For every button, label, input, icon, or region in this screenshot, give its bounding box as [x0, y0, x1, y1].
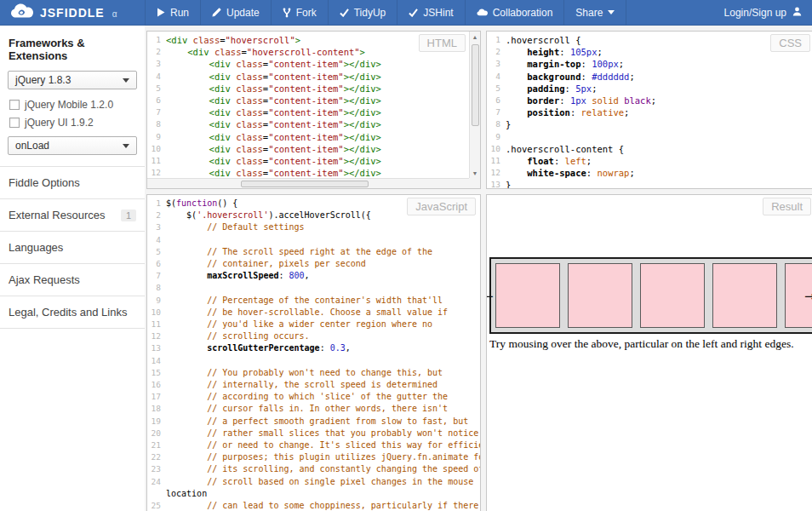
code-line: 4 background: #dddddd; — [487, 71, 812, 83]
content-item-box — [495, 263, 560, 328]
scrollbar-thumb[interactable] — [472, 44, 479, 126]
section-label: External Resources — [9, 209, 105, 221]
code-line: 7 position: relative; — [487, 106, 812, 118]
section-label: Legal, Credits and Links — [9, 306, 127, 319]
code-line: 11 float: left; — [487, 155, 812, 167]
jsfiddle-logo[interactable]: JSFIDDLE α — [0, 0, 145, 25]
code-line: 8} — [487, 118, 812, 130]
html-horizontal-scrollbar[interactable] — [147, 178, 469, 188]
code-line: 10 // be hover-scrollable. Choose a smal… — [147, 307, 480, 319]
css-panel-label: CSS — [770, 34, 810, 52]
checkbox-icon[interactable] — [9, 100, 20, 110]
update-button[interactable]: Update — [200, 0, 271, 25]
result-panel-label: Result — [763, 198, 811, 215]
run-label: Run — [170, 7, 189, 19]
code-line: 12 // scrolling occurs. — [147, 330, 480, 342]
tidyup-label: TidyUp — [354, 7, 386, 19]
navbar: JSFIDDLE α Run Update Fork — [0, 0, 812, 26]
scroll-left-arrow-icon: ← — [486, 290, 494, 303]
section-label: Ajax Requests — [9, 273, 80, 286]
login-signup-button[interactable]: Login/Sign up — [714, 0, 812, 25]
code-line: 23 // its scrolling, and constantly chan… — [147, 463, 480, 475]
jquery-ui-checkbox-row[interactable]: jQuery UI 1.9.2 — [0, 114, 145, 132]
collaboration-icon — [477, 9, 488, 16]
tidyup-icon — [340, 9, 349, 17]
onload-select[interactable]: onLoad — [8, 136, 137, 155]
code-line: 10.hoverscroll-content { — [487, 143, 812, 155]
checkbox-icon[interactable] — [9, 118, 20, 128]
framework-select[interactable]: jQuery 1.8.3 — [8, 71, 137, 89]
html-vertical-scrollbar[interactable]: ▲ ▼ — [469, 32, 480, 178]
html-panel-label: HTML — [419, 34, 466, 52]
hoverscroll-container — [489, 257, 812, 334]
code-line: 8 <div class="content-item"></div> — [147, 118, 480, 130]
code-line: 9 // Percentage of the container's width… — [147, 295, 480, 307]
code-line: 25 // can lead to some choppiness, parti… — [147, 500, 480, 511]
code-line: 22 // purposes; this plugin utilizes jQu… — [147, 451, 480, 463]
collaboration-button[interactable]: Collaboration — [465, 0, 564, 25]
result-caption: Try mousing over the above, particular o… — [489, 337, 812, 351]
jquery-mobile-label: jQuery Mobile 1.2.0 — [25, 99, 113, 111]
scrollbar-corner — [469, 178, 480, 188]
jshint-icon — [409, 9, 418, 17]
scrollbar-down-arrow[interactable]: ▼ — [470, 168, 480, 178]
fork-label: Fork — [296, 7, 317, 19]
code-line: 2 height: 105px; — [487, 46, 812, 58]
content-item-box — [712, 263, 777, 328]
code-line: 17 // according to which 'slice' of the … — [147, 391, 480, 403]
result-content: ← → Try mousing over the above, particul… — [487, 195, 812, 511]
code-line: 8 — [147, 282, 480, 294]
section-label: Fiddle Options — [9, 176, 80, 189]
sidebar-item-external-resources[interactable]: External Resources 1 — [0, 198, 145, 231]
sidebar-item-fiddle-options[interactable]: Fiddle Options — [0, 166, 145, 198]
navbar-actions: Run Update Fork TidyUp — [145, 0, 626, 25]
code-line: 3 margin-top: 100px; — [487, 58, 812, 70]
content-item-box — [640, 263, 705, 328]
code-line: 1.hoverscroll { — [487, 34, 812, 46]
code-line: 18 // cursor falls in. In other words, t… — [147, 403, 480, 415]
code-line: 6 // container, pixels per second — [147, 258, 480, 270]
javascript-panel-label: JavaScript — [407, 198, 476, 215]
javascript-editor[interactable]: 1$(function() {2 $('.hoverscroll').accel… — [147, 195, 480, 511]
code-line: 6 <div class="content-item"></div> — [147, 95, 480, 106]
tidyup-button[interactable]: TidyUp — [328, 0, 397, 25]
jquery-mobile-checkbox-row[interactable]: jQuery Mobile 1.2.0 — [0, 96, 145, 114]
sidebar-item-legal-credits-links[interactable]: Legal, Credits and Links — [0, 296, 145, 329]
code-line: 16 // internally, the scroll speed is de… — [147, 379, 480, 391]
html-editor[interactable]: 1<div class="hoverscroll">2 <div class="… — [147, 32, 480, 188]
run-button[interactable]: Run — [145, 0, 200, 25]
share-label: Share — [575, 7, 603, 19]
scrollbar-up-arrow[interactable]: ▲ — [470, 32, 480, 42]
code-line: 13} — [487, 179, 812, 189]
code-line: 15 // You probably won't need to change … — [147, 367, 480, 379]
jquery-ui-label: jQuery UI 1.9.2 — [25, 117, 94, 129]
html-panel: HTML 1<div class="hoverscroll">2 <div cl… — [146, 31, 481, 189]
code-line: 4 — [147, 234, 480, 246]
code-line: 14 — [147, 355, 480, 367]
sidebar-item-languages[interactable]: Languages — [0, 231, 145, 263]
code-line: 6 border: 1px solid black; — [487, 95, 812, 106]
login-label: Login/Sign up — [724, 7, 786, 19]
code-line: 7 maxScrollSpeed: 800, — [147, 270, 480, 282]
jshint-label: JSHint — [423, 7, 453, 19]
code-line: 9 <div class="content-item"></div> — [147, 131, 480, 143]
onload-select-value: onLoad — [15, 140, 49, 152]
code-line: 9 — [487, 131, 812, 143]
css-editor[interactable]: 1.hoverscroll {2 height: 105px;3 margin-… — [487, 32, 812, 188]
result-items — [495, 263, 812, 328]
javascript-panel: JavaScript 1$(function() {2 $('.hoverscr… — [146, 194, 481, 511]
share-button[interactable]: Share — [563, 0, 626, 25]
sidebar-item-ajax-requests[interactable]: Ajax Requests — [0, 263, 145, 296]
code-line: 11 // you'd like a wider center region w… — [147, 319, 480, 330]
jshint-button[interactable]: JSHint — [397, 0, 464, 25]
chevron-down-icon — [123, 78, 129, 83]
run-icon — [157, 8, 165, 17]
scrollbar-thumb[interactable] — [241, 181, 369, 187]
section-label: Languages — [9, 241, 63, 254]
share-caret-icon — [608, 10, 615, 14]
sidebar: Frameworks & Extensions jQuery 1.8.3 jQu… — [0, 26, 145, 511]
content-item-box — [568, 263, 632, 328]
code-line: 5 <div class="content-item"></div> — [147, 83, 480, 95]
fork-button[interactable]: Fork — [271, 0, 328, 25]
code-line: 13 scrollGutterPercentage: 0.3, — [147, 342, 480, 354]
